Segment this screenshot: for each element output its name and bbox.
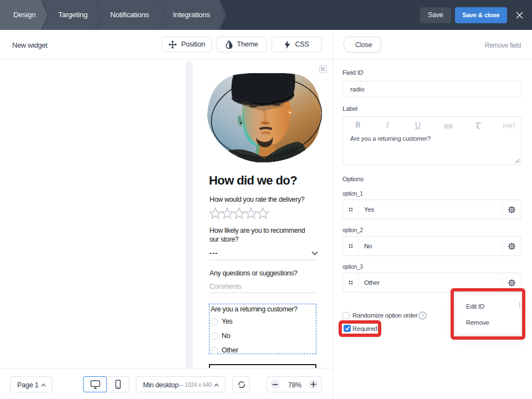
svg-text:?: ? [421, 313, 424, 319]
